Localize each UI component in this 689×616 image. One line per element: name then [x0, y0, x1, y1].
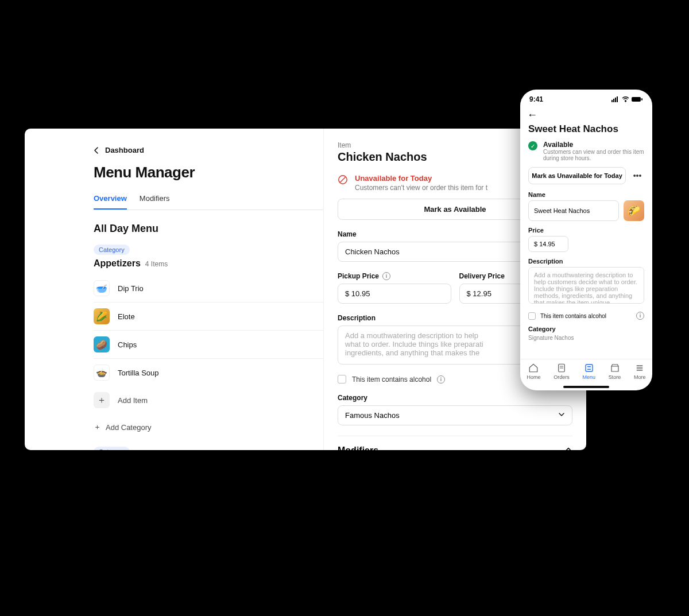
alert-subtitle: Customers can't view or order this item … [355, 184, 487, 192]
status-indicators [611, 96, 643, 102]
category-badge: Category [94, 447, 130, 450]
svg-rect-3 [613, 99, 614, 102]
modifiers-heading: Modifiers [338, 445, 378, 450]
alert-title: Unavailable for Today [355, 174, 487, 183]
battery-icon [632, 96, 643, 102]
svg-rect-2 [611, 100, 613, 102]
category-count: 4 Items [145, 260, 168, 268]
phone-mockup: 9:41 ← Sweet Heat Nachos ✓ Available Cus… [520, 90, 652, 390]
home-icon [528, 363, 539, 373]
pickup-price-label: Pickup Price i [338, 272, 451, 280]
list-item[interactable]: 🥔 Chips [94, 330, 323, 358]
plus-icon: ＋ [94, 392, 110, 408]
breadcrumb[interactable]: Dashboard [94, 146, 323, 154]
phone-price-input[interactable] [528, 236, 568, 252]
plus-icon: ＋ [94, 422, 101, 432]
orders-icon [556, 363, 567, 373]
signal-icon [611, 96, 620, 102]
chevron-up-icon [564, 445, 572, 450]
svg-rect-5 [617, 96, 618, 102]
svg-rect-11 [586, 365, 593, 371]
available-subtitle: Customers can view and order this item d… [543, 149, 644, 161]
list-item[interactable]: 🌽 Elote [94, 302, 323, 330]
category-select[interactable]: Famous Nachos [338, 405, 572, 425]
status-bar: 9:41 [520, 90, 652, 106]
category-name: Appetizers [94, 258, 141, 269]
tab-more[interactable]: More [634, 363, 646, 380]
info-icon[interactable]: i [636, 312, 644, 320]
list-item[interactable]: 🍲 Tortilla Soup [94, 358, 323, 386]
pickup-price-input[interactable] [338, 284, 451, 304]
info-icon[interactable]: i [437, 375, 445, 383]
menu-heading: All Day Menu [94, 223, 323, 235]
food-icon: 🌽 [94, 308, 110, 324]
mark-unavailable-button[interactable]: Mark as Unavailable for Today [528, 167, 626, 184]
check-circle-icon: ✓ [528, 141, 537, 150]
phone-desc-input[interactable] [528, 267, 644, 304]
svg-rect-7 [641, 98, 642, 100]
chevron-down-icon [558, 411, 565, 420]
add-category-label: Add Category [106, 423, 152, 432]
home-indicator [563, 386, 609, 388]
list-item[interactable]: 🥣 Dip Trio [94, 274, 323, 302]
item-name: Elote [118, 312, 135, 321]
menu-icon [584, 363, 594, 373]
ban-icon [338, 175, 348, 185]
checkbox-icon [338, 375, 346, 383]
phone-desc-label: Description [528, 258, 644, 265]
item-thumbnail[interactable]: 🌮 [624, 200, 644, 221]
chevron-left-icon [94, 147, 99, 154]
back-button[interactable]: ← [527, 109, 537, 121]
phone-category-label: Category [528, 326, 644, 332]
tabs: Overview Modifiers [94, 194, 323, 210]
phone-price-label: Price [528, 227, 644, 234]
tab-home[interactable]: Home [527, 363, 540, 380]
phone-name-input[interactable] [528, 200, 619, 221]
status-time: 9:41 [529, 95, 543, 103]
page-title: Menu Manager [94, 164, 323, 181]
more-icon [634, 363, 645, 373]
available-status: ✓ Available Customers can view and order… [528, 141, 644, 161]
menu-manager-panel: Dashboard Menu Manager Overview Modifier… [25, 129, 323, 450]
add-category-button[interactable]: ＋ Add Category [94, 414, 323, 432]
add-item-button[interactable]: ＋ Add Item [94, 386, 323, 414]
tab-menu[interactable]: Menu [582, 363, 595, 380]
tab-store[interactable]: Store [609, 363, 621, 380]
phone-category-value: Signature Nachos [528, 335, 644, 341]
tab-modifiers[interactable]: Modifiers [140, 194, 170, 210]
item-name: Tortilla Soup [118, 369, 159, 377]
desktop-window: Dashboard Menu Manager Overview Modifier… [25, 129, 586, 450]
food-icon: 🥣 [94, 280, 110, 296]
tab-overview[interactable]: Overview [94, 194, 127, 210]
alcohol-label: This item contains alcohol [352, 375, 431, 383]
checkbox-icon [528, 312, 536, 320]
wifi-icon [622, 96, 629, 102]
category-label: Category [338, 394, 572, 402]
item-name: Chips [118, 340, 137, 349]
store-icon [610, 363, 620, 373]
modifiers-section-header[interactable]: Modifiers [338, 436, 572, 450]
food-icon: 🥔 [94, 336, 110, 352]
phone-item-title: Sweet Heat Nachos [528, 123, 644, 135]
phone-alcohol-label: This item contains alcohol [540, 313, 606, 319]
phone-alcohol-checkbox-row[interactable]: This item contains alcohol i [528, 312, 644, 320]
bottom-tab-bar: Home Orders Menu Store More [520, 359, 652, 386]
svg-rect-4 [615, 98, 616, 102]
tab-orders[interactable]: Orders [553, 363, 570, 380]
category-heading: Appetizers 4 Items [94, 258, 323, 269]
food-icon: 🍲 [94, 365, 110, 381]
add-item-label: Add Item [118, 396, 148, 405]
category-badge: Category [94, 245, 130, 255]
breadcrumb-label: Dashboard [105, 146, 144, 154]
category-value: Famous Nachos [345, 411, 400, 420]
available-title: Available [543, 141, 644, 149]
item-name: Dip Trio [118, 284, 144, 293]
info-icon[interactable]: i [382, 272, 390, 280]
svg-rect-6 [632, 97, 641, 102]
svg-line-1 [340, 177, 346, 183]
phone-name-label: Name [528, 191, 644, 198]
more-button[interactable]: ••• [630, 171, 644, 180]
